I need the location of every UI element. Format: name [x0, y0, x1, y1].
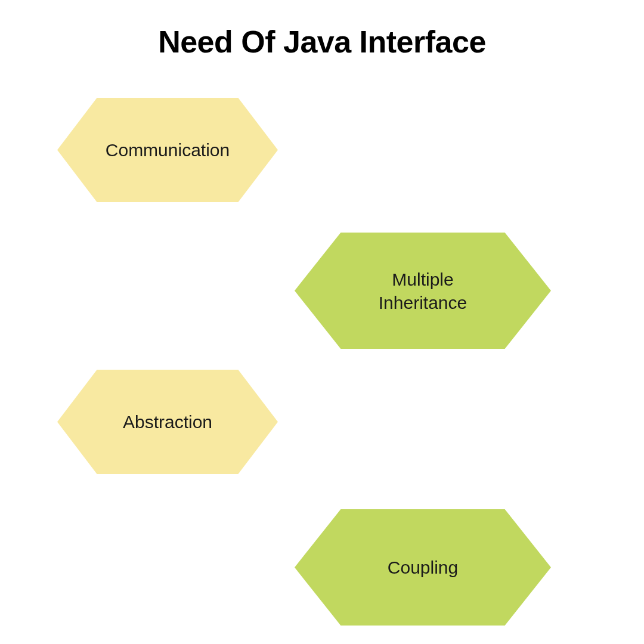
hexagon-multiple-inheritance: MultipleInheritance	[295, 233, 551, 349]
hexagon-label: Communication	[76, 138, 259, 162]
hexagon-label: Abstraction	[93, 410, 242, 434]
hexagon-communication: Communication	[57, 98, 278, 202]
diagram-title: Need Of Java Interface	[0, 24, 644, 60]
hexagon-abstraction: Abstraction	[57, 370, 278, 474]
hexagon-label: Coupling	[358, 556, 488, 579]
hexagon-coupling: Coupling	[295, 509, 551, 626]
hexagon-label: MultipleInheritance	[349, 268, 497, 314]
